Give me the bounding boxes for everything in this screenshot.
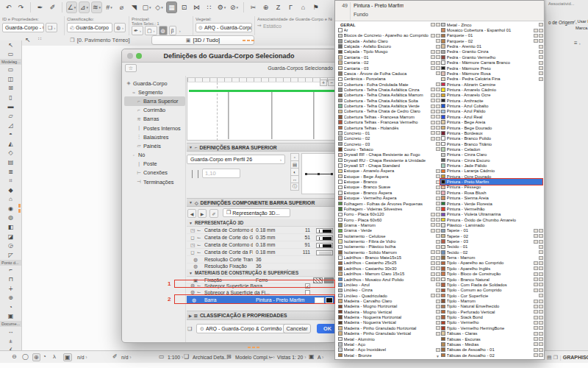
grid-snap-icon[interactable]: #▾ [104,1,115,13]
texture-icon[interactable] [534,305,538,308]
surface-item[interactable]: Pintura - Amarelo Ocre [440,93,543,98]
representation-tab[interactable]: ❒Representação 3D... [223,208,290,217]
texture-icon[interactable] [539,300,543,303]
texture-icon[interactable] [539,261,543,265]
texture-icon[interactable] [534,29,538,32]
snap-guides-icon[interactable]: ⊿▾ [79,1,90,13]
surface-item[interactable]: Terra - Marrom [440,255,543,260]
surface-item[interactable]: Linóleo - Quadriculado [337,293,440,298]
undo-icon[interactable]: ↶ [3,1,14,13]
opening-tool[interactable]: ◧ [0,222,21,232]
texture-icon[interactable] [431,61,435,65]
marquee-tool[interactable]: ▭ [0,50,21,60]
snap-reference-icon[interactable]: ≋▾ [91,1,102,13]
zoom-glass-icon[interactable]: ◯ [22,353,29,360]
dialog-layer-dropdown[interactable]: ⊙ARQ - Guarda-Corpo & Corrimão› [196,324,290,333]
surface-item[interactable]: Calçada - Tijolo Musgo [337,49,440,54]
worksheet-tool[interactable]: ◔ [0,302,21,312]
selection-marquee-icon[interactable]: ▢▾ [141,1,152,13]
texture-icon[interactable] [534,342,538,346]
publish-icon[interactable]: ▤ [547,355,552,360]
flag-icon[interactable]: ⚑ [310,1,321,13]
texture-icon[interactable] [431,294,435,297]
tree-item-pain-is[interactable]: ▱Painéis [124,141,185,150]
surface-item[interactable]: Pintura - Óxido de Chumbo Amarelo [440,217,543,222]
surface-item[interactable]: Linóleo - Cinza [337,288,440,293]
surface-item[interactable]: Estuque - Branco Suave [337,185,440,190]
surface-item[interactable]: Madeira - Pinho Granulado Horizontal [337,325,440,330]
surface-item[interactable]: Metal - Bronze [337,353,440,358]
surface-item[interactable]: Cobertura - Telha Chata Asfáltica Solta [337,98,440,103]
texture-icon[interactable] [539,326,543,330]
arrow-tool[interactable]: ↖ [0,40,21,50]
dialog-titlebar[interactable]: Definições do Guarda-Corpo Selecionado [122,49,336,63]
zone-tool[interactable]: ◇ [0,149,21,158]
surface-item[interactable]: Estuque - Amarelo Áspera [337,169,440,174]
surface-item[interactable]: Madeira - Nogueira Horizontal [337,314,440,319]
surface-item[interactable]: Estuque - Branco [337,179,440,184]
surface-item[interactable]: Mosaico Cobertura - Espanhol 01 [440,27,543,32]
home-story-icon[interactable]: ⌂ [298,1,309,13]
classification-manager-button[interactable]: ◍› [114,23,126,32]
skylight-tool[interactable]: ◪ [0,232,21,241]
surface-item[interactable]: Isolamento - Celulose [337,233,440,238]
properties-button[interactable]: ❏› [46,23,57,32]
texture-icon[interactable] [431,261,435,265]
texture-icon[interactable] [534,353,538,357]
surface-item[interactable]: Pintura - Azul Cobalto [440,103,543,108]
surface-item[interactable]: Linóleo - Azul [337,282,440,287]
texture-icon[interactable] [431,110,435,113]
texture-icon[interactable] [431,256,435,260]
surface-item[interactable]: Cobertura Telhas - Francesa Vermelho [337,119,440,124]
texture-icon[interactable] [534,348,538,352]
texture-icon[interactable] [534,266,538,270]
rail-preview[interactable]: + − [187,77,337,141]
texture-icon[interactable] [539,266,543,270]
texture-icon[interactable] [534,289,538,292]
layers-icon[interactable]: ❏ [184,353,189,360]
surface-item[interactable]: Pedra - Mármore Carrara Branco [440,60,543,66]
surface-item[interactable]: Tijolo - Comum ao Comprido [440,288,543,293]
texture-icon[interactable] [539,234,543,238]
prev-component-button[interactable]: ◀ [187,209,196,218]
texture-icon[interactable] [539,353,543,357]
surface-item[interactable]: Ladrilhos - Castanho 30x30 [337,266,440,271]
angle-dimension-tool[interactable]: ∡ [0,345,21,350]
surface-item[interactable]: Forro - Placa 60x120 [337,212,440,217]
texture-icon[interactable] [431,131,435,135]
surface-item[interactable]: Tijolo - Branco Natural [440,277,543,282]
texture-icon[interactable] [539,256,543,260]
surface-item[interactable]: Calçada - Asfalto Escuro [337,43,440,49]
surface-item[interactable]: Ar [337,27,440,32]
texture-icon[interactable] [431,213,435,216]
texture-icon[interactable] [534,229,538,233]
texture-icon[interactable] [534,272,538,276]
tree-item-guarda-corpo[interactable]: ◈Guarda-Corpo [124,79,185,88]
layer-value[interactable]: ⊙ARQ - Guarda-Corpo &...› [196,23,252,32]
surface-item[interactable]: Isolamento - Sólido Marrom [337,250,440,255]
surface-item[interactable]: Cantaria - 01 [337,54,440,60]
surface-item[interactable]: Folhagem - Folhas de Árvores Pequenas [337,201,440,206]
slab-tool[interactable]: ▱ [0,111,21,121]
surface-item[interactable]: Casca - Árvore de Folha Caduca [337,71,440,76]
pen-set-icon[interactable]: ⌙ [268,353,273,360]
surface-item[interactable]: Drywall RF - Chapa Resistente ao Fogo [337,152,440,158]
texture-icon[interactable] [539,283,543,286]
surface-item[interactable]: Pintura - Bege Areia [440,119,543,124]
group-materials[interactable]: ▼MATERIAIS DE CONSTRUÇÃO E SUPERFÍCIES [187,269,337,277]
surface-item[interactable]: Calçada - Asfalto Claro [337,38,440,43]
texture-icon[interactable] [539,23,543,26]
surface-item[interactable]: Cobertura - Folha Ondulada Mate [337,82,440,87]
surface-item[interactable]: Folhagem - Videiras Silvestres [337,206,440,211]
surface-item[interactable]: Tijolo - Bloco de Construção [440,272,543,277]
surface-item[interactable]: Pintura - Rosa Blush [440,190,543,195]
trace-reference-icon[interactable]: ⊡ [179,1,190,13]
guide-lines-icon[interactable]: ∠▾ [66,1,77,13]
visual-options-icon[interactable]: ⚙▾ [216,1,227,13]
texture-icon[interactable] [431,105,435,108]
parameter-pickup-icon[interactable]: ✒ [35,1,46,13]
surface-item[interactable]: Pintura - Alizarin Carmine [440,82,543,87]
suspend-groups-icon[interactable]: ◇▾ [154,1,165,13]
surface-item[interactable]: Pintura - Amarelo Cádmio [440,87,543,92]
surface-item[interactable]: Metal - Aço Inoxidável [337,347,440,353]
